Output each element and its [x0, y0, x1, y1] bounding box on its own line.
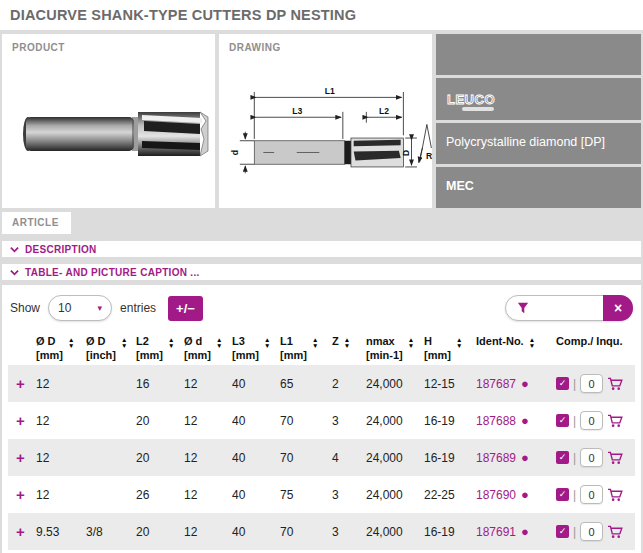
leuco-logo: LEUCO [446, 90, 516, 114]
ident-cell: 187687● [474, 365, 554, 402]
ident-no-link[interactable]: 187691 [476, 525, 516, 539]
brand-box: LEUCO [436, 78, 641, 119]
column-label: nmax [366, 335, 403, 347]
availability-dot-icon: ● [521, 524, 529, 539]
compare-checkbox[interactable]: ✓ [556, 414, 569, 427]
column-header-2[interactable]: L2[mm]▲▼ [134, 331, 182, 365]
sort-icon[interactable]: ▲▼ [344, 337, 350, 348]
quantity-input[interactable]: 0 [580, 522, 603, 541]
value-cell: 24,000 [364, 513, 422, 550]
sort-icon[interactable]: ▲▼ [216, 337, 222, 361]
sort-down-icon: ▼ [216, 343, 222, 348]
column-header-1[interactable]: Ø D[inch]▲▼ [84, 331, 134, 365]
column-unit: [inch] [86, 349, 116, 361]
expand-row-icon[interactable]: + [10, 449, 25, 466]
product-panel-label: PRODUCT [12, 42, 215, 53]
column-label: Ø D [86, 335, 116, 347]
filter-input[interactable]: × [505, 295, 633, 321]
value-cell: 12 [182, 402, 230, 439]
expand-row-icon[interactable]: + [10, 486, 25, 503]
sort-icon[interactable]: ▲▼ [312, 337, 318, 361]
value-cell: 12 [34, 439, 84, 476]
compare-checkbox[interactable]: ✓ [556, 488, 569, 501]
add-to-cart-icon[interactable] [607, 525, 623, 539]
column-header-content: H[mm]▲▼ [424, 335, 472, 361]
column-header-8[interactable]: H[mm]▲▼ [422, 331, 474, 365]
section-caption-label: TABLE- AND PICTURE CAPTION ... [25, 267, 200, 278]
sort-icon[interactable]: ▲▼ [68, 337, 74, 361]
value-cell: 26 [134, 476, 182, 513]
column-label-group: Comp./ Inqu. [556, 335, 623, 347]
ident-no-link[interactable]: 187689 [476, 451, 516, 465]
expand-row-icon[interactable]: + [10, 375, 25, 392]
add-to-cart-icon[interactable] [607, 414, 623, 428]
tab-article[interactable]: ARTICLE [2, 212, 71, 234]
table-controls: Show 10 ▾ entries +/− × [10, 295, 633, 321]
value-cell: 3 [330, 476, 364, 513]
chevron-down-icon [10, 245, 19, 254]
section-caption[interactable]: TABLE- AND PICTURE CAPTION ... [2, 264, 641, 280]
compare-checkbox[interactable]: ✓ [556, 525, 569, 538]
comp-inqu-cell: ✓|0 [554, 439, 635, 476]
value-cell: 40 [230, 365, 278, 402]
column-header-6[interactable]: Z▲▼ [330, 331, 364, 365]
sort-icon[interactable]: ▲▼ [264, 337, 270, 361]
value-cell: 75 [278, 476, 330, 513]
sort-down-icon: ▼ [456, 343, 462, 348]
sort-icon[interactable]: ▲▼ [168, 337, 174, 361]
value-cell: 20 [134, 439, 182, 476]
dim-l3-label: L3 [292, 106, 302, 116]
expand-collapse-all-button[interactable]: +/− [168, 296, 203, 321]
expand-row-icon[interactable]: + [10, 523, 25, 540]
attribute-sidebar: LEUCO Polycrystalline diamond [DP] MEC [436, 34, 641, 208]
filter-clear-button[interactable]: × [603, 295, 633, 321]
column-header-0[interactable]: Ø D[mm]▲▼ [34, 331, 84, 365]
sort-icon[interactable]: ▲▼ [121, 337, 127, 361]
column-unit: [mm] [184, 349, 211, 361]
quantity-input[interactable]: 0 [580, 448, 603, 467]
compare-checkbox[interactable]: ✓ [556, 377, 569, 390]
value-cell: 12 [182, 439, 230, 476]
add-to-cart-icon[interactable] [607, 488, 623, 502]
ident-no-link[interactable]: 187687 [476, 377, 516, 391]
add-to-cart-icon[interactable] [607, 377, 623, 391]
value-cell: 16-19 [422, 513, 474, 550]
column-header-5[interactable]: L1[mm]▲▼ [278, 331, 330, 365]
filter-icon [517, 302, 529, 314]
section-description[interactable]: DESCRIPTION [2, 241, 641, 257]
column-label-group: H[mm] [424, 335, 451, 361]
dim-r-label: R [426, 151, 433, 161]
dim-l1-label: L1 [325, 86, 335, 96]
table-row: +1216124065224,00012-15187687●✓|0 [8, 365, 635, 402]
page-size-select[interactable]: 10 ▾ [48, 295, 112, 321]
material-box: Polycrystalline diamond [DP] [436, 123, 641, 164]
quantity-input[interactable]: 0 [580, 411, 603, 430]
dim-l2-label: L2 [379, 106, 389, 116]
column-header-4[interactable]: L3[mm]▲▼ [230, 331, 278, 365]
quantity-input[interactable]: 0 [580, 374, 603, 393]
separator: | [573, 451, 576, 465]
sort-icon[interactable]: ▲▼ [529, 337, 535, 348]
expand-row-icon[interactable]: + [10, 412, 25, 429]
column-header-expander [8, 331, 34, 365]
sort-down-icon: ▼ [168, 343, 174, 348]
column-label: Ø D [36, 335, 63, 347]
value-cell: 12 [182, 365, 230, 402]
ident-no-link[interactable]: 187688 [476, 414, 516, 428]
separator: | [573, 377, 576, 391]
value-cell: 16-19 [422, 439, 474, 476]
add-to-cart-icon[interactable] [607, 451, 623, 465]
sort-icon[interactable]: ▲▼ [408, 337, 414, 361]
value-cell: 70 [278, 513, 330, 550]
separator: | [573, 414, 576, 428]
column-header-9[interactable]: Ident-No.▲▼ [474, 331, 554, 365]
quantity-input[interactable]: 0 [580, 485, 603, 504]
sort-icon[interactable]: ▲▼ [456, 337, 462, 361]
compare-checkbox[interactable]: ✓ [556, 451, 569, 464]
table-body: +1216124065224,00012-15187687●✓|0+122012… [8, 365, 635, 550]
column-header-7[interactable]: nmax[min-1]▲▼ [364, 331, 422, 365]
chevron-down-icon [10, 268, 19, 277]
column-header-3[interactable]: Ø d[mm]▲▼ [182, 331, 230, 365]
ident-no-link[interactable]: 187690 [476, 488, 516, 502]
column-header-content: nmax[min-1]▲▼ [366, 335, 420, 361]
